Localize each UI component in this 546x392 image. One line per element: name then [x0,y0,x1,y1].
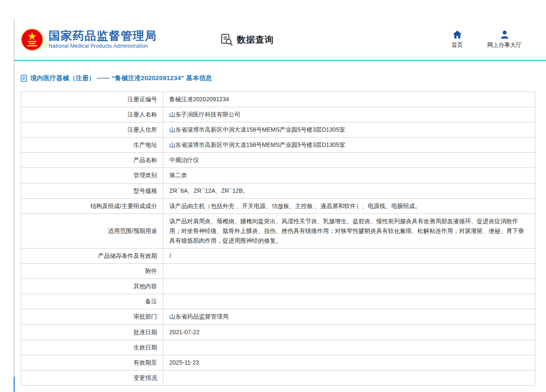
table-row: 管理类别 第二类 [21,168,535,183]
main-content: 境内医疗器械（注册） —— “鲁械注准20202091234” 基本信息 注册证… [14,74,546,386]
field-label: 变更情况 [21,370,163,385]
table-row: 附件 [21,264,535,279]
field-label: 适用范围/预期用途 [21,214,163,248]
brand-home-link[interactable]: 国家药品监督管理局 National Medical Products Admi… [21,28,157,51]
table-row: 其他内容 [21,279,535,294]
field-value: 山东省药品监督管理局 [163,309,535,324]
field-label: 其他内容 [21,279,163,294]
org-name-cn: 国家药品监督管理局 [49,30,157,43]
table-row: 产品储存条件及有效期 / [21,249,535,264]
data-query-icon [220,33,233,46]
field-value: 该产品对肩周炎、颈椎病、腰椎间盘突出、风湿性关节炎、乳腺增生、盆腔炎、慢性前列腺… [163,214,535,248]
field-value: ZR¯6A、ZR¯12A、ZR¯12B。 [163,183,535,198]
field-value [163,294,535,309]
table-row: 审批部门 山东省药品监督管理局 [21,309,535,324]
nav-home-label: 首页 [451,41,463,49]
field-value: / [163,249,535,264]
field-value: 该产品由主机（包括外壳 、开关电源、功放板、主控板 、液晶屏和软件）、电源线、电… [163,198,535,214]
field-label: 有效期至 [21,355,163,370]
nav-service-hall[interactable]: 网上办事大厅 [487,30,522,49]
field-value: 2025-11-23 [163,355,535,370]
field-value: 第二类 [163,168,535,183]
field-label: 生效日期 [21,340,163,355]
table-row: 备注 [21,294,535,309]
field-label: 审批部门 [21,309,163,324]
field-label: 产品储存条件及有效期 [21,249,163,264]
national-emblem-logo [21,28,43,51]
table-row: 生产地址 山东省淄博市高新区中润大道158号MEMS产业园5号楼3层D1305室 [21,138,535,153]
nav-home[interactable]: 首页 [451,30,463,49]
header-nav: 首页 网上办事大厅 [451,30,533,49]
site-header: 国家药品监督管理局 National Medical Products Admi… [14,19,546,60]
field-value: 中频治疗仪 [163,153,535,168]
table-row: 注册证编号 鲁械注准20202091234 [21,92,535,107]
field-value: 山东子润医疗科技有限公司 [163,107,535,122]
table-row: 有效期至 2025-11-23 [21,355,535,370]
page-container: 国家药品监督管理局 National Medical Products Admi… [14,19,546,392]
page-title-text: 境内医疗器械（注册） —— “鲁械注准20202091234” 基本信息 [30,74,212,82]
table-row: 生效日期 [21,340,535,355]
data-query-label: 数据查询 [237,34,274,46]
field-label: 生产地址 [21,138,163,153]
field-label: 附件 [21,264,163,279]
field-label: 注册人名称 [21,107,163,122]
field-label: 结构及组成/主要组成成分 [21,198,163,214]
field-label: 型号规格 [21,183,163,198]
field-value: 鲁械注准20202091234 [163,92,535,107]
table-row: 注册人名称 山东子润医疗科技有限公司 [21,107,535,122]
table-row: 批准日期 2021-07-22 [21,324,535,340]
registration-info-table: 注册证编号 鲁械注准20202091234 注册人名称 山东子润医疗科技有限公司… [21,92,535,386]
document-icon [21,75,27,82]
table-row: 结构及组成/主要组成成分 该产品由主机（包括外壳 、开关电源、功放板、主控板 、… [21,198,535,214]
brand-text: 国家药品监督管理局 National Medical Products Admi… [49,30,157,49]
field-value [163,264,535,279]
field-label: 注册人住所 [21,122,163,138]
field-value [163,279,535,294]
info-table-body: 注册证编号 鲁械注准20202091234 注册人名称 山东子润医疗科技有限公司… [21,92,535,386]
field-label: 注册证编号 [21,92,163,107]
table-row: 适用范围/预期用途 该产品对肩周炎、颈椎病、腰椎间盘突出、风湿性关节炎、乳腺增生… [21,214,535,248]
field-label: 管理类别 [21,168,163,183]
field-label: 备注 [21,294,163,309]
page-title: 境内医疗器械（注册） —— “鲁械注准20202091234” 基本信息 [21,74,535,82]
home-icon [453,30,462,39]
field-value: 山东省淄博市高新区中润大道158号MEMS产业园5号楼3层D1305室 [163,122,535,138]
table-row: 型号规格 ZR¯6A、ZR¯12A、ZR¯12B。 [21,183,535,198]
nav-service-hall-label: 网上办事大厅 [487,41,522,49]
field-value [163,370,535,385]
table-row: 产品名称 中频治疗仪 [21,153,535,168]
field-label: 产品名称 [21,153,163,168]
field-value: 山东省淄博市高新区中润大道158号MEMS产业园5号楼3层D1305室 [163,138,535,153]
table-row: 变更情况 [21,370,535,385]
table-row: 注册人住所 山东省淄博市高新区中润大道158号MEMS产业园5号楼3层D1305… [21,122,535,138]
field-value [163,340,535,355]
user-icon [500,30,509,39]
field-label: 批准日期 [21,324,163,340]
header-divider-line [14,60,546,61]
data-query-section: 数据查询 [220,33,274,46]
org-name-en: National Medical Products Administration [49,43,157,49]
left-edge-accent [14,377,15,392]
field-value: 2021-07-22 [163,324,535,340]
